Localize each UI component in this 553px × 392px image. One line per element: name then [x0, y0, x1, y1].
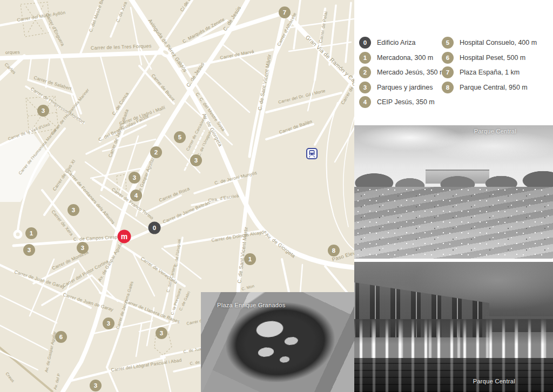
map-marker-3[interactable]: 3: [90, 380, 102, 391]
photo-parque-central-fountains[interactable]: Parque Central: [354, 262, 553, 392]
svg-text:0: 0: [153, 225, 156, 231]
photo-park-aerial: [221, 296, 340, 389]
train-station-icon: [307, 148, 317, 159]
legend-item-4: 4CEIP Jesús, 350 m: [359, 96, 442, 108]
map-marker-6[interactable]: 6: [55, 331, 67, 343]
photo-plaza-floor: [354, 358, 553, 392]
brochure-page: Carrer del Músic AyllónCarrer d'EngueraC…: [0, 0, 553, 392]
map-marker-3[interactable]: 3: [103, 317, 114, 329]
map-marker-3[interactable]: 3: [129, 172, 140, 184]
map-marker-7[interactable]: 7: [279, 6, 291, 18]
legend-label: Mercado Jesús, 350 m: [377, 69, 445, 76]
legend-item-6: 6Hospital Peset, 500 m: [442, 52, 537, 64]
svg-text:5: 5: [178, 134, 182, 140]
map-marker-0[interactable]: 0: [149, 222, 161, 234]
svg-text:1: 1: [30, 230, 33, 236]
svg-text:m: m: [121, 232, 127, 241]
legend-label: Mercadona, 300 m: [377, 54, 433, 62]
street-label: orques: [5, 49, 20, 55]
legend-marker-3: 3: [359, 82, 371, 93]
svg-text:3: 3: [107, 320, 110, 327]
svg-text:3: 3: [94, 382, 97, 389]
map-marker-3[interactable]: 3: [77, 242, 89, 254]
legend-item-3: 3Parques y jardines: [359, 82, 442, 93]
map-marker-3[interactable]: 3: [68, 204, 79, 216]
map-marker-3[interactable]: 3: [156, 327, 167, 339]
svg-text:3: 3: [160, 330, 163, 336]
legend-marker-4: 4: [359, 96, 371, 108]
svg-text:4: 4: [134, 192, 138, 199]
photo-plaza-enrique-granados[interactable]: Plaza Enrique Granados: [201, 292, 354, 392]
legend-label: Parques y jardines: [377, 84, 433, 91]
svg-text:3: 3: [194, 157, 198, 164]
metro-station-marker: m: [118, 230, 131, 244]
photo-caption: Parque Central: [474, 128, 516, 134]
svg-text:6: 6: [59, 334, 63, 340]
legend-marker-6: 6: [442, 52, 454, 64]
legend-label: Hospital Consuelo, 400 m: [460, 39, 537, 46]
svg-text:2: 2: [154, 149, 158, 156]
legend-marker-7: 7: [442, 66, 454, 78]
map-marker-3[interactable]: 3: [37, 105, 49, 117]
legend-marker-2: 2: [359, 66, 371, 78]
legend-item-5: 5Hospital Consuelo, 400 m: [442, 37, 537, 49]
legend-item-8: 8Parque Central, 950 m: [442, 82, 537, 93]
svg-text:3: 3: [42, 107, 45, 114]
map-marker-1[interactable]: 1: [244, 253, 256, 265]
legend-label: Parque Central, 950 m: [460, 84, 528, 91]
map-marker-2[interactable]: 2: [150, 146, 162, 158]
svg-text:3: 3: [133, 174, 136, 181]
legend-marker-0: 0: [359, 37, 371, 49]
map-marker-1[interactable]: 1: [25, 227, 37, 239]
map-marker-3[interactable]: 3: [23, 244, 35, 256]
svg-text:7: 7: [283, 9, 286, 16]
legend-column-1: 0Edificio Ariza1Mercadona, 300 m2Mercado…: [359, 37, 442, 111]
svg-text:3: 3: [81, 245, 84, 251]
map-marker-4[interactable]: 4: [130, 190, 142, 201]
svg-text:3: 3: [72, 207, 75, 213]
legend-item-0: 0Edificio Ariza: [359, 37, 442, 49]
legend-label: CEIP Jesús, 350 m: [377, 98, 435, 106]
photo-parque-central-flowers[interactable]: Parque Central: [354, 125, 553, 259]
map-marker-8[interactable]: 8: [328, 245, 340, 256]
photo-caption: Plaza Enrique Granados: [217, 302, 285, 308]
map-legend: 0Edificio Ariza1Mercadona, 300 m2Mercado…: [359, 37, 537, 111]
photo-meadow: [354, 187, 553, 259]
svg-text:8: 8: [332, 247, 336, 254]
svg-text:3: 3: [28, 247, 31, 253]
svg-text:1: 1: [248, 256, 252, 262]
legend-item-1: 1Mercadona, 300 m: [359, 52, 442, 64]
legend-label: Edificio Ariza: [377, 39, 416, 46]
legend-marker-1: 1: [359, 52, 371, 64]
legend-label: Hospital Peset, 500 m: [460, 54, 525, 62]
legend-marker-8: 8: [442, 82, 454, 93]
legend-label: Plaza España, 1 km: [460, 69, 520, 76]
legend-marker-5: 5: [442, 37, 454, 49]
legend-item-7: 7Plaza España, 1 km: [442, 66, 537, 78]
legend-item-2: 2Mercado Jesús, 350 m: [359, 66, 442, 78]
photo-caption: Parque Central: [473, 378, 515, 384]
map-marker-3[interactable]: 3: [190, 154, 202, 166]
legend-column-2: 5Hospital Consuelo, 400 m6Hospital Peset…: [442, 37, 537, 111]
map-marker-5[interactable]: 5: [174, 131, 186, 143]
photo-fountain-jets: [354, 319, 553, 361]
